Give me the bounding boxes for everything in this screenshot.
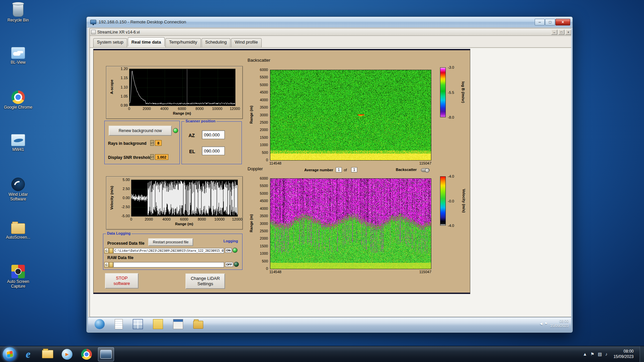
taskbar-item-chrome[interactable] — [78, 347, 95, 361]
x-tick-label: 10000 — [214, 217, 225, 221]
taskbar-item-media-player[interactable]: ▶ — [59, 347, 75, 361]
remote-date: 15/09/2023 — [550, 323, 569, 328]
x-tick-label: 0 — [130, 217, 132, 221]
host-date: 15/09/2023 — [613, 354, 634, 360]
y-tick-label: 2000 — [260, 128, 268, 132]
velocity-x-ticks: 020004000600080001000012000 — [131, 217, 237, 222]
desktop-icon-label: BL-View — [3, 60, 34, 65]
desktop-icon-wind-lidar[interactable]: Wind Lidar Software — [3, 178, 34, 202]
off-label: OFF — [225, 262, 233, 267]
doppler-colorbar-ticks: -4.0-0.0-4.0 — [447, 176, 459, 226]
snr-spinner[interactable]: ▲▼ — [150, 154, 154, 160]
host-taskbar-items: e▶ — [17, 347, 114, 361]
elevation-field[interactable]: 090.000 — [202, 146, 225, 155]
xr-window-icon[interactable] — [173, 319, 183, 329]
y-tick-label: 0.99 — [121, 103, 128, 107]
tab-system-setup[interactable]: System setup — [93, 38, 127, 47]
y-tick-label: 1500 — [260, 135, 268, 139]
backscatter-title: Backscatter — [248, 58, 270, 63]
background-led — [173, 128, 178, 133]
minimize-button[interactable]: – — [551, 29, 557, 35]
remote-clock[interactable]: 08:00 15/09/2023 — [550, 319, 569, 328]
data-logging-title: Data Logging — [106, 231, 131, 235]
labview-panel: A-scope 1.201.151.101.050.99 02000400060… — [93, 49, 470, 294]
folder-icon[interactable] — [193, 321, 203, 329]
velocity-plot — [131, 180, 238, 217]
a-scope-plot-group: A-scope 1.201.151.101.050.99 02000400060… — [106, 66, 243, 119]
y-tick-label: 6000 — [260, 176, 268, 180]
processed-file-path-field[interactable]: C:\Lidar\Data\Proc\2023\202309\20230915\… — [113, 248, 224, 253]
restart-processed-file-button[interactable]: Restart processed file — [148, 238, 193, 246]
drive-icon[interactable]: C — [104, 262, 109, 267]
taskbar-item-windows-explorer[interactable] — [40, 347, 56, 361]
y-tick-label: -3.0 — [448, 65, 454, 69]
doppler-colorbar — [440, 176, 446, 226]
processed-logging-toggle[interactable]: ON — [225, 248, 237, 253]
stop-software-button[interactable]: STOP software — [105, 273, 139, 289]
rays-spinner[interactable]: ▲▼ — [150, 140, 154, 146]
rdp-titlebar[interactable]: 192.168.0.150 - Remote Desktop Connectio… — [87, 17, 573, 27]
desktop-icon-mw41[interactable]: MW41 — [3, 134, 34, 152]
y-tick-label: 4000 — [260, 206, 268, 210]
hidden-icons-icon[interactable]: ▲ — [583, 352, 587, 357]
background-controls-group: Renew background now Rays in background … — [104, 121, 180, 164]
raw-file-path-field[interactable] — [113, 262, 224, 267]
y-tick-label: 4000 — [260, 98, 268, 102]
close-button[interactable]: × — [565, 29, 571, 35]
remote-desktop-icon — [90, 20, 96, 24]
y-tick-label: 5000 — [260, 191, 268, 195]
desktop-icon-auto-screen-capture[interactable]: Auto Screen Capture — [3, 265, 34, 289]
average-number-field[interactable]: 1 — [336, 167, 342, 172]
tab-scheduling[interactable]: Scheduling — [202, 38, 230, 47]
rays-in-background-value[interactable]: 8 — [155, 140, 162, 146]
tab-temp-humidity[interactable]: Temp/humidity — [165, 38, 201, 47]
desktop-icon-autoscreen[interactable]: AutoScreen... — [3, 221, 34, 240]
input-indicator-icon[interactable]: ▤ — [598, 352, 602, 357]
snr-threshold-value[interactable]: 1.002 — [155, 154, 168, 160]
close-button[interactable]: × — [555, 19, 570, 25]
desktop-icon-bl-view[interactable]: BL-View — [3, 47, 34, 65]
ie-icon[interactable] — [95, 319, 105, 329]
y-tick-label: 3000 — [260, 113, 268, 117]
raw-logging-toggle[interactable]: OFF — [225, 262, 239, 267]
desktop-icon-recycle-bin[interactable]: Recycle Bin — [3, 3, 34, 23]
backscatter-switch[interactable] — [421, 168, 430, 172]
taskbar-item-remote-desktop[interactable] — [98, 347, 114, 361]
y-tick-label: 1.10 — [121, 85, 128, 89]
show-desktop-button[interactable] — [640, 346, 644, 362]
renew-background-button[interactable]: Renew background now — [109, 126, 172, 136]
flag-icon[interactable]: ⚑ — [544, 322, 547, 325]
of-label: of — [344, 168, 347, 172]
y-tick-label: 3500 — [260, 105, 268, 109]
azimuth-field[interactable]: 090.000 — [202, 130, 225, 139]
action-center-flag-icon[interactable]: ⚑ — [590, 352, 594, 357]
app-titlebar[interactable]: StreamLine XR v14-6.vi –□× — [90, 28, 571, 36]
desktop-icon-label: MW41 — [3, 147, 34, 152]
app-blue-icon[interactable] — [133, 319, 143, 329]
notepad-icon[interactable] — [115, 319, 123, 329]
tab-bar: System setupReal time dataTemp/humidityS… — [90, 36, 571, 48]
y-tick-label: 4500 — [260, 199, 268, 203]
browse-folder-icon[interactable] — [109, 262, 113, 267]
snr-threshold-label: Display SNR threshold — [108, 155, 151, 160]
start-button[interactable] — [3, 347, 17, 361]
average-total-field[interactable]: 1 — [351, 167, 357, 172]
host-clock[interactable]: 08:00 15/09/2023 — [611, 349, 636, 359]
tab-wind-profile[interactable]: Wind profile — [231, 38, 262, 47]
sticky-icon[interactable] — [153, 319, 163, 329]
browse-folder-icon[interactable] — [109, 248, 113, 253]
desktop-icon-google-chrome[interactable]: Google Chrome — [3, 90, 34, 110]
windows-explorer-icon — [42, 350, 53, 358]
maximize-button[interactable]: □ — [545, 19, 555, 25]
show-hidden-icon[interactable]: ◀ — [540, 322, 542, 325]
change-lidar-settings-button[interactable]: Change LiDAR Settings — [185, 274, 225, 289]
y-tick-label: 6000 — [260, 68, 268, 72]
drive-icon[interactable]: C — [104, 248, 109, 253]
minimize-button[interactable]: – — [535, 19, 545, 25]
backscatter-y-axis-label: Range (m) — [249, 106, 253, 124]
volume-icon[interactable]: ♪ — [605, 352, 607, 357]
tab-real-time-data[interactable]: Real time data — [128, 37, 165, 46]
taskbar-item-internet-explorer[interactable]: e — [20, 347, 36, 361]
host-time: 08:00 — [613, 349, 634, 354]
restore-button[interactable]: □ — [558, 29, 565, 35]
